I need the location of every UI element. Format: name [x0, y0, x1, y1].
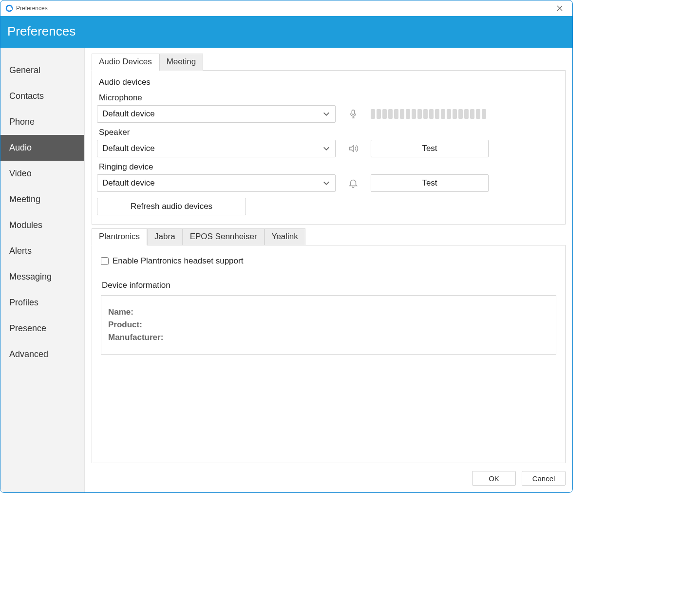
svg-rect-1: [9, 8, 12, 10]
enable-headset-support-row[interactable]: Enable Plantronics headset support: [101, 256, 556, 266]
tab-epos-sennheiser[interactable]: EPOS Sennheiser: [183, 228, 265, 245]
sidebar-item-audio[interactable]: Audio: [0, 135, 84, 161]
close-icon: [557, 5, 563, 11]
tab-jabra[interactable]: Jabra: [147, 228, 183, 245]
ringing-select[interactable]: Default device: [97, 174, 336, 192]
speaker-select[interactable]: Default device: [97, 140, 336, 157]
page-title: Preferences: [7, 24, 76, 38]
sidebar-item-modules[interactable]: Modules: [0, 212, 84, 238]
sidebar-item-contacts[interactable]: Contacts: [0, 83, 84, 109]
preferences-window: Preferences Preferences General Contacts…: [0, 0, 573, 493]
enable-headset-support-checkbox[interactable]: [101, 257, 109, 265]
svg-rect-2: [352, 110, 355, 114]
sidebar-item-general[interactable]: General: [0, 57, 84, 83]
window-title: Preferences: [16, 5, 48, 12]
microphone-label: Microphone: [97, 92, 560, 104]
microphone-icon: [344, 109, 362, 119]
ok-button[interactable]: OK: [472, 471, 516, 486]
content: Audio Devices Meeting Audio devices Micr…: [85, 48, 572, 492]
microphone-select[interactable]: Default device: [97, 105, 336, 123]
speaker-test-button[interactable]: Test: [371, 140, 489, 157]
headset-panel: Enable Plantronics headset support Devic…: [92, 245, 566, 463]
sidebar-item-phone[interactable]: Phone: [0, 109, 84, 135]
enable-headset-support-label: Enable Plantronics headset support: [113, 256, 243, 266]
ringing-test-button[interactable]: Test: [371, 174, 489, 192]
speaker-label: Speaker: [97, 127, 560, 138]
tab-meeting[interactable]: Meeting: [159, 54, 203, 71]
sidebar-item-alerts[interactable]: Alerts: [0, 238, 84, 264]
device-name-label: Name:: [108, 307, 549, 317]
ringing-label: Ringing device: [97, 161, 560, 173]
chevron-down-icon: [322, 145, 330, 152]
body: General Contacts Phone Audio Video Meeti…: [0, 48, 572, 492]
ringing-value: Default device: [102, 178, 155, 188]
cancel-button[interactable]: Cancel: [522, 471, 566, 486]
device-information-box: Name: Product: Manufacturer:: [101, 295, 556, 355]
tab-yealink[interactable]: Yealink: [265, 228, 305, 245]
sidebar-item-video[interactable]: Video: [0, 161, 84, 187]
titlebar: Preferences: [0, 0, 572, 16]
microphone-level-meter: [371, 109, 486, 119]
sidebar-item-presence[interactable]: Presence: [0, 316, 84, 341]
sidebar-item-meeting[interactable]: Meeting: [0, 187, 84, 212]
app-icon: [5, 4, 13, 12]
device-product-label: Product:: [108, 320, 549, 330]
sidebar-item-profiles[interactable]: Profiles: [0, 290, 84, 316]
audio-devices-title: Audio devices: [97, 75, 560, 92]
dialog-footer: OK Cancel: [85, 465, 572, 492]
speaker-value: Default device: [102, 144, 155, 153]
chevron-down-icon: [322, 179, 330, 187]
window-close-button[interactable]: [552, 0, 568, 16]
chevron-down-icon: [322, 110, 330, 118]
speaker-icon: [344, 143, 362, 154]
tab-bar: Audio Devices Meeting: [92, 54, 566, 71]
tab-plantronics[interactable]: Plantronics: [92, 228, 147, 245]
refresh-audio-devices-button[interactable]: Refresh audio devices: [97, 198, 246, 215]
device-manufacturer-label: Manufacturer:: [108, 333, 549, 342]
audio-devices-panel: Audio devices Microphone Default device: [92, 70, 566, 225]
tab-audio-devices[interactable]: Audio Devices: [92, 54, 159, 71]
headset-tab-bar: Plantronics Jabra EPOS Sennheiser Yealin…: [92, 228, 566, 245]
device-information-title: Device information: [102, 281, 556, 290]
microphone-value: Default device: [102, 109, 155, 119]
page-title-banner: Preferences: [0, 16, 572, 48]
sidebar: General Contacts Phone Audio Video Meeti…: [0, 48, 85, 492]
sidebar-item-messaging[interactable]: Messaging: [0, 264, 84, 290]
bell-icon: [344, 178, 362, 188]
sidebar-item-advanced[interactable]: Advanced: [0, 341, 84, 367]
